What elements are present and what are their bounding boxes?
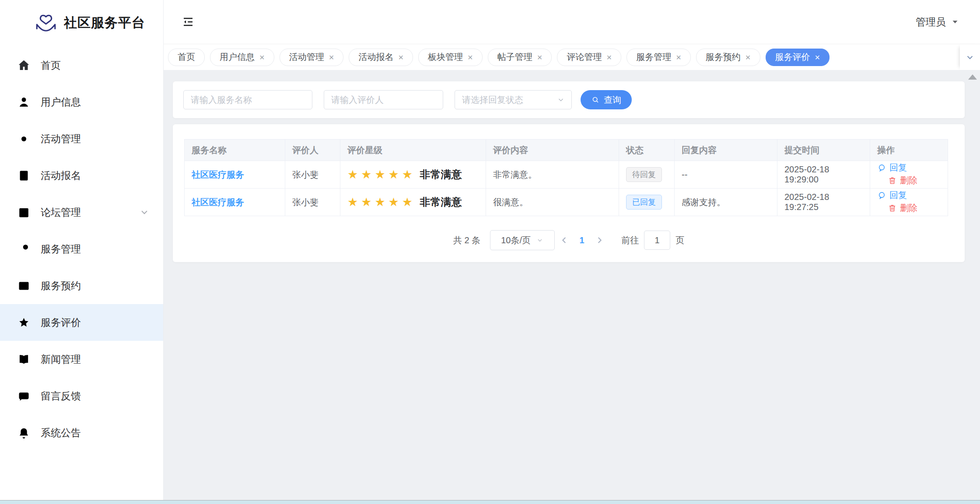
close-icon[interactable]: ×: [676, 53, 681, 62]
tab-bar: 首页 用户信息 × 活动管理 × 活动报名 ×: [164, 44, 980, 70]
sidebar-item-label: 论坛管理: [41, 206, 81, 219]
sidebar-item[interactable]: 服务评价: [0, 304, 163, 341]
home-icon: [17, 58, 31, 73]
delete-button[interactable]: 删除: [888, 175, 917, 186]
column-header: 评价内容: [486, 140, 619, 161]
book-icon: [17, 352, 31, 367]
star-icon: [17, 315, 31, 330]
reply-status-select[interactable]: 请选择回复状态: [455, 90, 572, 109]
star-rating-label: 非常满意: [420, 196, 462, 208]
pagination: 共 2 条 10条/页 1 前往 页: [184, 230, 953, 250]
reply-button[interactable]: 回复: [877, 162, 907, 174]
chevron-left-icon: [560, 235, 569, 245]
evaluation-content: 非常满意。: [493, 170, 537, 179]
service-name-link[interactable]: 社区医疗服务: [192, 170, 244, 179]
sidebar-item[interactable]: 服务预约: [0, 267, 163, 304]
tab[interactable]: 用户信息 ×: [210, 49, 274, 66]
logo: 社区服务平台: [0, 0, 163, 46]
bell-icon: [17, 426, 31, 440]
sidebar-item[interactable]: 首页: [0, 47, 163, 84]
sidebar-item-label: 用户信息: [41, 95, 81, 109]
tab[interactable]: 活动报名 ×: [349, 49, 413, 66]
prev-page-button[interactable]: [555, 231, 574, 250]
sidebar-item-label: 首页: [41, 59, 61, 72]
star-rating: ★★★★★: [347, 168, 416, 181]
next-page-button[interactable]: [590, 231, 609, 250]
sidebar-item[interactable]: 系统公告: [0, 414, 163, 451]
user-icon: [17, 95, 31, 109]
search-button[interactable]: 查询: [581, 90, 632, 109]
chat-round-icon: [877, 191, 886, 200]
reply-button-label: 回复: [889, 189, 907, 201]
sidebar-item-label: 活动报名: [41, 169, 81, 182]
tab-label: 板块管理: [428, 51, 463, 63]
main-area: 管理员 首页 用户信息 × 活动管理 ×: [164, 0, 980, 500]
current-page[interactable]: 1: [574, 235, 590, 245]
sidebar: 社区服务平台 首页 用户信息 活动管理 活动报名: [0, 0, 164, 500]
evaluation-content: 很满意。: [493, 197, 528, 207]
sidebar-item[interactable]: 用户信息: [0, 84, 163, 120]
tab-label: 活动报名: [358, 51, 393, 63]
goto-page-input[interactable]: [644, 231, 670, 250]
tab-label: 服务评价: [775, 51, 810, 63]
column-header: 回复内容: [675, 140, 777, 161]
search-icon: [591, 95, 600, 104]
tab[interactable]: 服务管理 ×: [626, 49, 691, 66]
delete-button-label: 删除: [900, 202, 917, 214]
search-button-label: 查询: [604, 94, 621, 106]
chevron-down-icon: [139, 206, 150, 218]
tab[interactable]: 首页: [168, 49, 205, 66]
service-name-link[interactable]: 社区医疗服务: [192, 197, 244, 207]
sidebar-item-label: 系统公告: [41, 426, 81, 440]
sidebar-item[interactable]: 服务管理: [0, 231, 163, 267]
tabs-overflow-button[interactable]: [960, 44, 980, 70]
chat-icon: [17, 389, 31, 403]
sidebar-item-label: 留言反馈: [41, 389, 81, 403]
sidebar-item-label: 服务管理: [41, 242, 81, 256]
sidebar-item[interactable]: 留言反馈: [0, 378, 163, 414]
close-icon[interactable]: ×: [329, 53, 334, 62]
tab[interactable]: 帖子管理 ×: [488, 49, 552, 66]
sidebar-item[interactable]: 活动报名: [0, 157, 163, 194]
document-icon: [17, 168, 31, 183]
caret-down-icon: [950, 17, 960, 27]
column-header: 提交时间: [777, 140, 870, 161]
tab[interactable]: 服务预约 ×: [696, 49, 760, 66]
tab[interactable]: 评论管理 ×: [557, 49, 621, 66]
reply-button[interactable]: 回复: [877, 189, 907, 201]
service-name-input[interactable]: [183, 90, 312, 109]
table-row: 社区医疗服务 张小斐 ★★★★★ 非常满意 非常满意。 待回复 -- 2025-…: [185, 161, 948, 189]
goto-label: 前往: [621, 234, 639, 246]
table-body: 社区医疗服务 张小斐 ★★★★★ 非常满意 非常满意。 待回复 -- 2025-…: [185, 161, 948, 216]
trash-icon: [888, 203, 897, 213]
sidebar-item[interactable]: 新闻管理: [0, 341, 163, 378]
column-header: 服务名称: [185, 140, 285, 161]
admin-dropdown[interactable]: 管理员: [916, 15, 960, 29]
content-area: 请选择回复状态 查询 服务名称评价人评价星级评价内容状态回复内容提交时间操作: [164, 70, 980, 500]
tab[interactable]: 板块管理 ×: [418, 49, 483, 66]
table-header-row: 服务名称评价人评价星级评价内容状态回复内容提交时间操作: [185, 140, 948, 161]
tab[interactable]: 活动管理 ×: [280, 49, 344, 66]
scroll-up-arrow[interactable]: [968, 74, 977, 80]
column-header: 评价星级: [340, 140, 486, 161]
table-row: 社区医疗服务 张小斐 ★★★★★ 非常满意 很满意。 已回复 感谢支持。 202…: [185, 189, 948, 216]
close-icon[interactable]: ×: [468, 53, 473, 62]
close-icon[interactable]: ×: [537, 53, 542, 62]
delete-button[interactable]: 删除: [888, 202, 917, 214]
page-size-select[interactable]: 10条/页: [490, 230, 555, 250]
close-icon[interactable]: ×: [398, 53, 403, 62]
close-icon[interactable]: ×: [746, 53, 751, 62]
close-icon[interactable]: ×: [259, 53, 265, 62]
collapse-sidebar-icon[interactable]: [181, 15, 195, 29]
reviewer-input[interactable]: [324, 90, 443, 109]
sidebar-item[interactable]: 活动管理: [0, 120, 163, 157]
tab[interactable]: 服务评价 ×: [766, 49, 830, 66]
reviewer-name: 张小斐: [292, 170, 318, 179]
tab-label: 用户信息: [220, 51, 255, 63]
sidebar-item[interactable]: 论坛管理: [0, 194, 163, 231]
tab-label: 活动管理: [289, 51, 324, 63]
close-icon[interactable]: ×: [606, 53, 612, 62]
horizontal-scrollbar[interactable]: [0, 500, 980, 504]
close-icon[interactable]: ×: [815, 53, 820, 62]
sidebar-item-label: 服务评价: [41, 316, 81, 329]
